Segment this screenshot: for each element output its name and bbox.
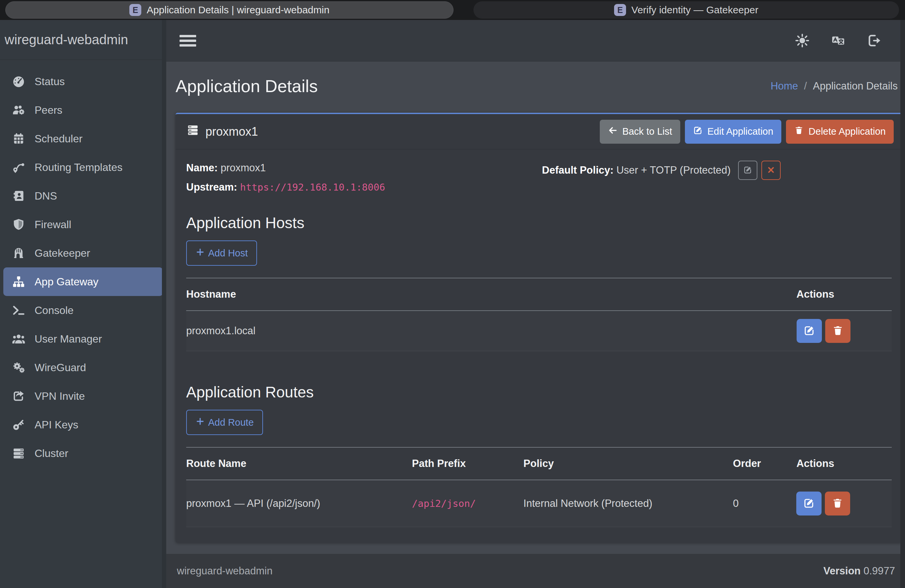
calendar-icon [11,132,27,146]
sidebar-item-status[interactable]: Status [3,67,163,96]
shield-icon [11,218,27,232]
page-header: Application Details Home / Application D… [166,62,905,111]
menu-toggle-icon[interactable] [179,35,196,46]
route-row: proxmox1 — API (/api2/json/) /api2/json/… [186,480,892,527]
host-hostname: proxmox1.local [186,311,797,351]
trash-icon [832,324,844,338]
route-policy: Internal Network (Protected) [523,480,733,527]
key-icon [11,418,27,432]
upstream-url: https://192.168.10.1:8006 [240,181,385,193]
application-title: proxmox1 [186,123,258,140]
sidebar-item-firewall[interactable]: Firewall [3,210,163,239]
pen-square-icon [803,497,815,510]
sidebar-item-peers[interactable]: Peers [3,96,163,124]
page-scrollbar[interactable] [900,20,905,588]
route-path-prefix: /api2/json/ [412,498,476,509]
add-route-button[interactable]: Add Route [186,410,263,435]
breadcrumb-home-link[interactable]: Home [771,80,798,92]
pen-square-icon [693,126,703,138]
routes-heading: Application Routes [186,383,892,401]
share-icon [11,389,27,403]
plus-icon [195,248,205,259]
add-host-button[interactable]: Add Host [186,240,257,266]
edit-route-button[interactable] [796,491,822,515]
routes-header-policy: Policy [523,447,733,480]
sidebar-item-api-keys[interactable]: API Keys [3,410,163,439]
routes-header-path: Path Prefix [412,447,523,480]
hosts-header-hostname: Hostname [186,278,797,311]
edit-policy-button[interactable] [738,161,757,180]
browser-tab-strip: E Application Details | wireguard-webadm… [0,0,905,20]
sitemap-icon [11,275,27,289]
gauge-icon [11,75,27,89]
application-meta: Name: proxmox1 Upstream: https://192.168… [186,161,892,199]
sidebar-item-console[interactable]: Console [3,296,163,324]
pen-square-icon [803,324,815,338]
archway-icon [11,246,27,260]
host-row: proxmox1.local [186,311,892,351]
application-card: proxmox1 Back to List Edit Application [176,113,902,542]
breadcrumb-separator: / [804,80,807,92]
sidebar-item-routing-templates[interactable]: Routing Templates [3,153,163,181]
sidebar-item-vpn-invite[interactable]: VPN Invite [3,382,163,410]
sidebar-item-app-gateway[interactable]: App Gateway [3,267,163,296]
sidebar-item-cluster[interactable]: Cluster [3,439,163,467]
sidebar-nav: Status Peers Scheduler Routing Templates… [0,60,166,467]
application-upstream-row: Upstream: https://192.168.10.1:8006 [186,180,536,195]
back-to-list-button[interactable]: Back to List [600,120,680,144]
arrow-left-icon [608,126,618,138]
sidebar-scrollbar[interactable] [162,20,166,588]
logout-icon[interactable] [867,33,882,48]
sidebar-item-user-manager[interactable]: User Manager [3,324,163,353]
route-icon [11,160,27,174]
sidebar-item-wireguard[interactable]: WireGuard [3,353,163,382]
browser-tab-inactive[interactable]: E Verify identity — Gatekeeper [473,1,899,19]
browser-tab-active[interactable]: E Application Details | wireguard-webadm… [5,1,454,19]
route-name: proxmox1 — API (/api2/json/) [186,480,412,527]
main-area: Application Details Home / Application D… [166,20,905,588]
default-policy-row: Default Policy: User + TOTP (Protected) [536,161,892,180]
routes-header-name: Route Name [186,447,412,480]
hosts-heading: Application Hosts [186,214,892,232]
delete-host-button[interactable] [825,319,851,343]
card-header: proxmox1 Back to List Edit Application [176,114,902,149]
footer-app-name: wireguard-webadmin [177,565,273,577]
sidebar-item-scheduler[interactable]: Scheduler [3,124,163,153]
trash-icon [832,497,843,510]
server-icon [186,123,200,140]
e-favicon-icon: E [614,4,626,16]
edit-application-button[interactable]: Edit Application [685,120,781,144]
breadcrumb: Home / Application Details [771,80,898,92]
hosts-table: Hostname Actions proxmox1.local [186,278,892,351]
users-gear-icon [11,103,27,117]
terminal-icon [11,303,27,317]
delete-application-button[interactable]: Delete Application [786,120,894,144]
plus-icon [195,417,205,428]
sidebar: wireguard-webadmin Status Peers Schedule… [0,20,166,588]
server-icon [11,446,27,460]
brand-title: wireguard-webadmin [0,20,166,60]
x-icon [766,165,776,176]
address-book-icon [11,189,27,203]
edit-host-button[interactable] [797,319,822,343]
default-policy-value: User + TOTP (Protected) [616,164,731,176]
content-area: proxmox1 Back to List Edit Application [166,111,905,553]
page-title: Application Details [176,76,318,96]
clear-policy-button[interactable] [761,161,781,180]
footer-version-label: Version [824,565,861,577]
delete-route-button[interactable] [825,491,850,515]
sidebar-item-gatekeeper[interactable]: Gatekeeper [3,239,163,267]
sidebar-item-dns[interactable]: DNS [3,181,163,210]
trash-icon [794,126,804,138]
route-order: 0 [733,480,797,527]
users-icon [11,332,27,346]
top-navbar [166,20,905,62]
routes-header-order: Order [733,447,797,480]
tab-title: Verify identity — Gatekeeper [631,4,758,16]
routes-header-actions: Actions [796,447,892,480]
translate-icon[interactable] [830,33,846,48]
footer: wireguard-webadmin Version 0.9977 [166,553,905,588]
hosts-header-actions: Actions [797,278,892,311]
footer-version-value: 0.9977 [864,565,895,577]
sun-icon[interactable] [795,33,810,48]
